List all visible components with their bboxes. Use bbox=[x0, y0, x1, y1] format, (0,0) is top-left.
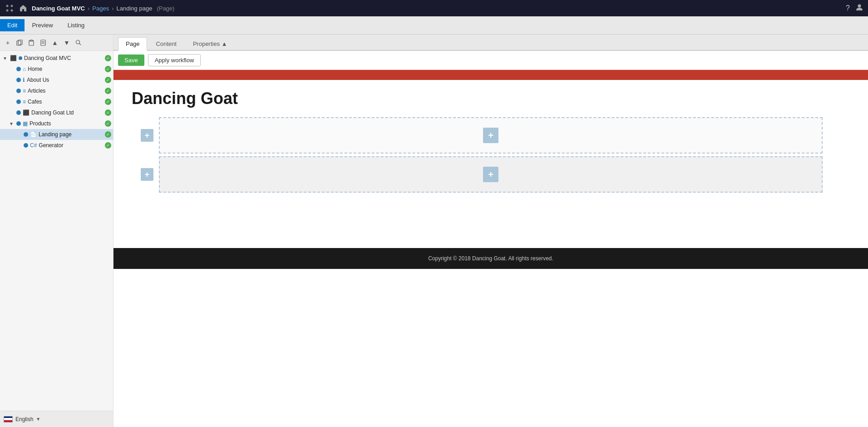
tree-item-label: Home bbox=[28, 66, 103, 72]
status-icon bbox=[105, 131, 111, 138]
status-icon bbox=[105, 66, 111, 72]
apply-workflow-button[interactable]: Apply workflow bbox=[148, 54, 201, 66]
tree-item-label: Landing page bbox=[39, 131, 103, 138]
svg-point-1 bbox=[11, 5, 13, 7]
preview-header-bar bbox=[113, 70, 868, 80]
add-section-left-1[interactable]: + bbox=[141, 129, 153, 142]
paste-node-button[interactable] bbox=[26, 38, 36, 48]
tree-item-label: Articles bbox=[28, 88, 103, 94]
svg-rect-9 bbox=[41, 40, 45, 45]
move-down-button[interactable]: ▼ bbox=[62, 38, 72, 48]
topbar: Dancing Goat MVC › Pages › Landing page … bbox=[0, 0, 868, 16]
language-dropdown-arrow: ▼ bbox=[36, 417, 40, 422]
svg-point-0 bbox=[6, 5, 9, 7]
list-icon: ≡ bbox=[23, 88, 26, 94]
tree-item-about-us[interactable]: ℹ About Us bbox=[0, 74, 113, 85]
app-home-icon[interactable] bbox=[18, 3, 28, 13]
preview-content: Dancing Goat + + + + bbox=[113, 80, 868, 203]
section-row-2: + + bbox=[132, 156, 850, 193]
tab-bar: Page Content Properties ▲ bbox=[113, 35, 868, 51]
add-widget-2[interactable]: + bbox=[483, 167, 498, 182]
page-title: Dancing Goat bbox=[132, 89, 850, 108]
listing-button[interactable]: Listing bbox=[60, 19, 92, 31]
tab-properties[interactable]: Properties ▲ bbox=[185, 37, 235, 50]
status-icon bbox=[105, 99, 111, 105]
svg-point-2 bbox=[6, 10, 9, 12]
svg-point-3 bbox=[11, 10, 13, 12]
breadcrumb-arrow: › bbox=[88, 5, 89, 12]
list-icon-cafes: ≡ bbox=[23, 99, 26, 105]
page-preview: Dancing Goat + + + + bbox=[113, 70, 868, 427]
sidebar: + ▲ ▼ ▼ ⬛ Dancing Goat MVC bbox=[0, 35, 113, 427]
current-page-label: Landing page bbox=[117, 5, 153, 12]
status-icon bbox=[105, 120, 111, 127]
tree-item-label: Generator bbox=[39, 142, 103, 149]
sidebar-tree: ▼ ⬛ Dancing Goat MVC ⌂ Home ℹ About Us bbox=[0, 51, 113, 411]
tree-item-products[interactable]: ▼ ▦ Products bbox=[0, 118, 113, 129]
info-icon: ℹ bbox=[23, 77, 25, 83]
footer-text: Copyright © 2018 Dancing Goat. All right… bbox=[428, 255, 553, 262]
search-tree-button[interactable] bbox=[74, 38, 84, 48]
add-widget-1[interactable]: + bbox=[483, 128, 498, 143]
breadcrumb-separator: › bbox=[112, 5, 113, 12]
action-bar: Save Apply workflow bbox=[113, 51, 868, 70]
add-section-left-2[interactable]: + bbox=[141, 168, 153, 181]
grid2-icon: ▦ bbox=[23, 120, 28, 127]
tree-item-landing-page[interactable]: 📄 Landing page bbox=[0, 129, 113, 140]
doc-node-button[interactable] bbox=[38, 38, 48, 48]
topbar-actions: ? bbox=[846, 3, 863, 13]
svg-line-13 bbox=[79, 43, 81, 45]
content-area: Page Content Properties ▲ Save Apply wor… bbox=[113, 35, 868, 427]
tab-content[interactable]: Content bbox=[148, 37, 184, 50]
home-icon: ⌂ bbox=[23, 66, 26, 72]
edit-button[interactable]: Edit bbox=[0, 19, 25, 31]
tree-item-dancing-goat-ltd[interactable]: ⬛ Dancing Goat Ltd bbox=[0, 107, 113, 118]
status-icon bbox=[105, 55, 111, 61]
tree-item-label: Products bbox=[30, 120, 103, 127]
tree-node-icon: ⬛ bbox=[10, 55, 17, 61]
tab-page[interactable]: Page bbox=[118, 37, 147, 51]
tree-item-label: Dancing Goat MVC bbox=[24, 55, 103, 61]
status-icon bbox=[105, 109, 111, 116]
preview-footer: Copyright © 2018 Dancing Goat. All right… bbox=[113, 248, 868, 269]
breadcrumb: Dancing Goat MVC › Pages › Landing page … bbox=[32, 5, 842, 12]
tree-item-generator[interactable]: C# Generator bbox=[0, 140, 113, 151]
site-name[interactable]: Dancing Goat MVC bbox=[32, 5, 85, 12]
preview-button[interactable]: Preview bbox=[25, 19, 60, 31]
tree-item-label: About Us bbox=[27, 77, 103, 83]
sidebar-toolbar: + ▲ ▼ bbox=[0, 35, 113, 51]
status-icon bbox=[105, 88, 111, 94]
status-icon bbox=[105, 77, 111, 83]
move-up-button[interactable]: ▲ bbox=[50, 38, 60, 48]
tree-item-label: Dancing Goat Ltd bbox=[31, 109, 103, 116]
doc-icon: 📄 bbox=[30, 131, 37, 138]
csharp-icon: C# bbox=[30, 142, 37, 149]
svg-point-4 bbox=[858, 5, 861, 8]
page-type-label: (Page) bbox=[157, 5, 174, 12]
status-icon bbox=[105, 142, 111, 149]
add-zone-2: + bbox=[159, 156, 823, 193]
expand-icon: ▼ bbox=[9, 121, 15, 126]
section-row-1: + + bbox=[132, 117, 850, 154]
save-button[interactable]: Save bbox=[118, 55, 144, 66]
preview-container: Dancing Goat + + + + bbox=[113, 70, 868, 427]
add-node-button[interactable]: + bbox=[3, 38, 13, 48]
language-selector[interactable]: English ▼ bbox=[0, 411, 113, 427]
tree-item-label: Cafes bbox=[28, 99, 103, 105]
logo-icon[interactable] bbox=[5, 3, 15, 13]
add-zone-1: + bbox=[159, 117, 823, 154]
tree-item-articles[interactable]: ≡ Articles bbox=[0, 85, 113, 96]
pages-link[interactable]: Pages bbox=[92, 5, 109, 12]
expand-icon: ▼ bbox=[3, 56, 8, 61]
language-label: English bbox=[15, 416, 33, 422]
tree-item-dancing-goat-mvc[interactable]: ▼ ⬛ Dancing Goat MVC bbox=[0, 53, 113, 64]
main-layout: + ▲ ▼ ▼ ⬛ Dancing Goat MVC bbox=[0, 35, 868, 427]
grid-icon: ⬛ bbox=[23, 109, 30, 116]
tree-item-home[interactable]: ⌂ Home bbox=[0, 64, 113, 74]
help-icon[interactable]: ? bbox=[846, 4, 850, 12]
editbar: Edit Preview Listing bbox=[0, 16, 868, 35]
copy-node-button[interactable] bbox=[15, 38, 25, 48]
tree-item-cafes[interactable]: ≡ Cafes bbox=[0, 96, 113, 107]
flag-icon bbox=[4, 416, 13, 422]
user-icon[interactable] bbox=[855, 3, 863, 13]
